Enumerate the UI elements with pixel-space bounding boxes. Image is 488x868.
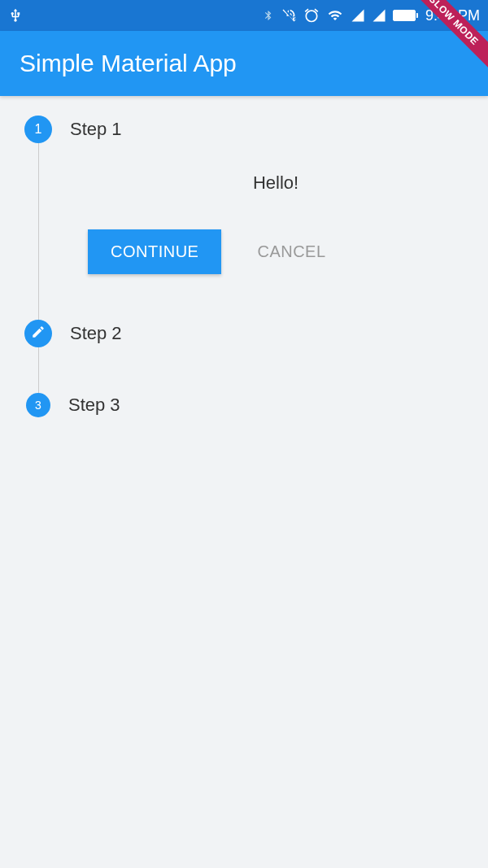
app-title: Simple Material App — [20, 50, 237, 77]
step-indicator-3: 3 — [26, 393, 50, 417]
signal-icon-2 — [372, 8, 386, 23]
wifi-icon — [326, 8, 344, 23]
step-header-2[interactable]: Step 2 — [24, 320, 464, 347]
step-label-1: Step 1 — [70, 119, 122, 140]
step-indicator-2 — [24, 320, 52, 347]
continue-button[interactable]: CONTINUE — [88, 229, 221, 274]
step-actions: CONTINUE CANCEL — [88, 229, 464, 274]
cancel-button[interactable]: CANCEL — [251, 229, 332, 274]
app-bar: Simple Material App — [0, 31, 488, 96]
signal-icon-1 — [351, 8, 365, 23]
bluetooth-icon — [263, 8, 274, 23]
stepper: 1 Step 1 Hello! CONTINUE CANCEL Step 2 3 — [24, 116, 464, 417]
step-number-1: 1 — [35, 122, 42, 137]
step-label-2: Step 2 — [70, 323, 122, 344]
content-area: 1 Step 1 Hello! CONTINUE CANCEL Step 2 3 — [0, 96, 488, 437]
step-header-3[interactable]: 3 Step 3 — [24, 393, 464, 417]
step-body-text: Hello! — [88, 172, 464, 194]
mute-icon — [281, 7, 297, 24]
step-connector-2 — [38, 347, 464, 393]
step-indicator-1: 1 — [24, 116, 52, 143]
step-number-3: 3 — [35, 399, 41, 412]
battery-icon — [393, 10, 416, 21]
alarm-icon — [303, 7, 320, 24]
step-content-1: Hello! CONTINUE CANCEL — [38, 143, 464, 320]
usb-icon — [8, 7, 23, 24]
step-header-1[interactable]: 1 Step 1 — [24, 116, 464, 143]
edit-icon — [31, 325, 46, 342]
status-bar: 9:44 PM — [0, 0, 488, 31]
status-left — [8, 7, 23, 24]
step-label-3: Step 3 — [68, 395, 120, 416]
